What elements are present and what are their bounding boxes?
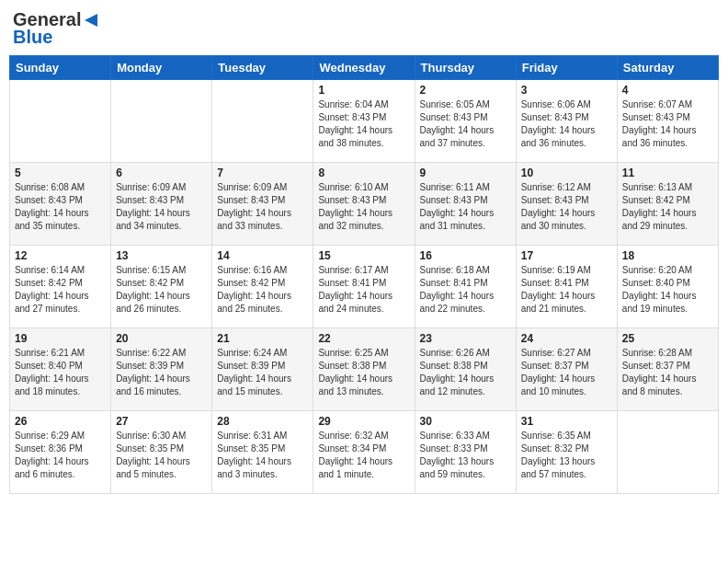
day-number: 29: [318, 415, 409, 428]
calendar-cell: 22Sunrise: 6:25 AM Sunset: 8:38 PM Dayli…: [313, 328, 415, 411]
calendar-cell: 27Sunrise: 6:30 AM Sunset: 8:35 PM Dayli…: [111, 411, 212, 494]
calendar-cell: [10, 80, 111, 163]
calendar-cell: 19Sunrise: 6:21 AM Sunset: 8:40 PM Dayli…: [10, 328, 111, 411]
calendar-cell: 10Sunrise: 6:12 AM Sunset: 8:43 PM Dayli…: [516, 163, 617, 246]
calendar-cell: 20Sunrise: 6:22 AM Sunset: 8:39 PM Dayli…: [111, 328, 212, 411]
day-number: 9: [420, 167, 511, 179]
calendar-cell: 28Sunrise: 6:31 AM Sunset: 8:35 PM Dayli…: [212, 411, 313, 494]
day-info: Sunrise: 6:28 AM Sunset: 8:37 PM Dayligh…: [622, 347, 713, 398]
calendar-cell: 18Sunrise: 6:20 AM Sunset: 8:40 PM Dayli…: [617, 246, 718, 328]
calendar-cell: 14Sunrise: 6:16 AM Sunset: 8:42 PM Dayli…: [212, 246, 313, 328]
day-info: Sunrise: 6:07 AM Sunset: 8:43 PM Dayligh…: [622, 98, 713, 150]
day-info: Sunrise: 6:09 AM Sunset: 8:43 PM Dayligh…: [217, 181, 308, 233]
calendar-cell: 16Sunrise: 6:18 AM Sunset: 8:41 PM Dayli…: [415, 246, 516, 328]
calendar-cell: 3Sunrise: 6:06 AM Sunset: 8:43 PM Daylig…: [516, 80, 617, 163]
calendar-cell: 30Sunrise: 6:33 AM Sunset: 8:33 PM Dayli…: [415, 411, 516, 494]
day-number: 12: [15, 249, 106, 262]
day-info: Sunrise: 6:13 AM Sunset: 8:42 PM Dayligh…: [622, 181, 713, 233]
day-number: 25: [622, 332, 713, 345]
day-info: Sunrise: 6:15 AM Sunset: 8:42 PM Dayligh…: [116, 264, 207, 316]
calendar-cell: 4Sunrise: 6:07 AM Sunset: 8:43 PM Daylig…: [617, 80, 718, 163]
day-info: Sunrise: 6:26 AM Sunset: 8:38 PM Dayligh…: [420, 347, 511, 398]
day-number: 8: [318, 167, 409, 179]
day-info: Sunrise: 6:33 AM Sunset: 8:33 PM Dayligh…: [420, 430, 511, 481]
calendar-cell: 21Sunrise: 6:24 AM Sunset: 8:39 PM Dayli…: [212, 328, 313, 411]
calendar-cell: 12Sunrise: 6:14 AM Sunset: 8:42 PM Dayli…: [10, 246, 111, 328]
day-info: Sunrise: 6:22 AM Sunset: 8:39 PM Dayligh…: [116, 347, 207, 398]
calendar-week-row: 1Sunrise: 6:04 AM Sunset: 8:43 PM Daylig…: [10, 80, 719, 163]
day-info: Sunrise: 6:16 AM Sunset: 8:42 PM Dayligh…: [217, 264, 308, 316]
day-number: 15: [318, 249, 409, 262]
day-info: Sunrise: 6:35 AM Sunset: 8:32 PM Dayligh…: [521, 430, 612, 481]
calendar-cell: [111, 80, 212, 163]
day-info: Sunrise: 6:06 AM Sunset: 8:43 PM Dayligh…: [521, 98, 612, 150]
day-number: 30: [420, 415, 511, 428]
calendar-cell: 5Sunrise: 6:08 AM Sunset: 8:43 PM Daylig…: [10, 163, 111, 246]
calendar-cell: 15Sunrise: 6:17 AM Sunset: 8:41 PM Dayli…: [313, 246, 415, 328]
logo-icon: [83, 12, 99, 29]
day-number: 23: [420, 332, 511, 345]
day-number: 10: [521, 167, 612, 179]
day-info: Sunrise: 6:12 AM Sunset: 8:43 PM Dayligh…: [521, 181, 612, 233]
calendar-cell: 17Sunrise: 6:19 AM Sunset: 8:41 PM Dayli…: [516, 246, 617, 328]
day-info: Sunrise: 6:11 AM Sunset: 8:43 PM Dayligh…: [420, 181, 511, 233]
day-number: 14: [217, 249, 308, 262]
day-info: Sunrise: 6:19 AM Sunset: 8:41 PM Dayligh…: [521, 264, 612, 316]
day-info: Sunrise: 6:31 AM Sunset: 8:35 PM Dayligh…: [217, 430, 308, 481]
day-number: 2: [420, 84, 511, 97]
day-number: 22: [318, 332, 409, 345]
day-info: Sunrise: 6:21 AM Sunset: 8:40 PM Dayligh…: [15, 347, 106, 398]
day-number: 16: [420, 249, 511, 262]
calendar-cell: 23Sunrise: 6:26 AM Sunset: 8:38 PM Dayli…: [415, 328, 516, 411]
day-number: 3: [521, 84, 612, 97]
day-number: 7: [217, 167, 308, 179]
calendar-cell: 2Sunrise: 6:05 AM Sunset: 8:43 PM Daylig…: [415, 80, 516, 163]
calendar-cell: 7Sunrise: 6:09 AM Sunset: 8:43 PM Daylig…: [212, 163, 313, 246]
day-number: 11: [622, 167, 713, 179]
weekday-header-friday: Friday: [516, 56, 617, 80]
day-info: Sunrise: 6:05 AM Sunset: 8:43 PM Dayligh…: [420, 98, 511, 150]
svg-marker-0: [85, 14, 97, 27]
calendar-cell: 13Sunrise: 6:15 AM Sunset: 8:42 PM Dayli…: [111, 246, 212, 328]
day-info: Sunrise: 6:18 AM Sunset: 8:41 PM Dayligh…: [420, 264, 511, 316]
day-number: 27: [116, 415, 207, 428]
day-info: Sunrise: 6:30 AM Sunset: 8:35 PM Dayligh…: [116, 430, 207, 481]
day-number: 13: [116, 249, 207, 262]
calendar-header-row: SundayMondayTuesdayWednesdayThursdayFrid…: [10, 56, 719, 80]
weekday-header-saturday: Saturday: [617, 56, 718, 80]
weekday-header-thursday: Thursday: [415, 56, 516, 80]
calendar-week-row: 12Sunrise: 6:14 AM Sunset: 8:42 PM Dayli…: [10, 246, 719, 328]
day-number: 4: [622, 84, 713, 97]
day-number: 28: [217, 415, 308, 428]
logo: General Blue: [13, 9, 99, 48]
day-number: 24: [521, 332, 612, 345]
day-info: Sunrise: 6:17 AM Sunset: 8:41 PM Dayligh…: [318, 264, 409, 316]
day-number: 31: [521, 415, 612, 428]
weekday-header-monday: Monday: [111, 56, 212, 80]
calendar-week-row: 5Sunrise: 6:08 AM Sunset: 8:43 PM Daylig…: [10, 163, 719, 246]
calendar-week-row: 19Sunrise: 6:21 AM Sunset: 8:40 PM Dayli…: [10, 328, 719, 411]
day-number: 18: [622, 249, 713, 262]
day-number: 19: [15, 332, 106, 345]
weekday-header-wednesday: Wednesday: [313, 56, 415, 80]
calendar-cell: 24Sunrise: 6:27 AM Sunset: 8:37 PM Dayli…: [516, 328, 617, 411]
day-info: Sunrise: 6:20 AM Sunset: 8:40 PM Dayligh…: [622, 264, 713, 316]
day-info: Sunrise: 6:27 AM Sunset: 8:37 PM Dayligh…: [521, 347, 612, 398]
calendar-week-row: 26Sunrise: 6:29 AM Sunset: 8:36 PM Dayli…: [10, 411, 719, 494]
page-header: General Blue: [9, 9, 719, 48]
day-info: Sunrise: 6:09 AM Sunset: 8:43 PM Dayligh…: [116, 181, 207, 233]
weekday-header-tuesday: Tuesday: [212, 56, 313, 80]
day-number: 21: [217, 332, 308, 345]
calendar-cell: 9Sunrise: 6:11 AM Sunset: 8:43 PM Daylig…: [415, 163, 516, 246]
calendar-cell: [617, 411, 718, 494]
calendar-cell: 25Sunrise: 6:28 AM Sunset: 8:37 PM Dayli…: [617, 328, 718, 411]
day-info: Sunrise: 6:14 AM Sunset: 8:42 PM Dayligh…: [15, 264, 106, 316]
day-number: 26: [15, 415, 106, 428]
day-number: 17: [521, 249, 612, 262]
calendar-cell: [212, 80, 313, 163]
day-info: Sunrise: 6:24 AM Sunset: 8:39 PM Dayligh…: [217, 347, 308, 398]
calendar-cell: 6Sunrise: 6:09 AM Sunset: 8:43 PM Daylig…: [111, 163, 212, 246]
day-info: Sunrise: 6:10 AM Sunset: 8:43 PM Dayligh…: [318, 181, 409, 233]
logo-blue: Blue: [13, 27, 52, 48]
weekday-header-sunday: Sunday: [10, 56, 111, 80]
